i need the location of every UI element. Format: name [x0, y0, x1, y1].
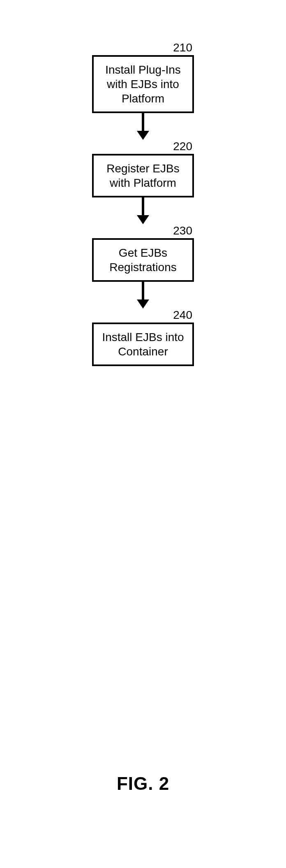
- figure-page: 210 Install Plug-Ins with EJBs into Plat…: [0, 0, 286, 868]
- node-box: Register EJBs with Platform: [92, 154, 194, 197]
- arrow-shaft: [142, 282, 144, 300]
- node-label: 240: [173, 309, 194, 322]
- flow-node-220: 220 Register EJBs with Platform: [92, 140, 194, 197]
- flowchart: 210 Install Plug-Ins with EJBs into Plat…: [92, 41, 194, 366]
- arrow-icon: [137, 282, 149, 309]
- node-label: 220: [173, 140, 194, 153]
- node-box: Get EJBs Registrations: [92, 238, 194, 282]
- arrow-head: [137, 299, 149, 309]
- flow-node-210: 210 Install Plug-Ins with EJBs into Plat…: [92, 41, 194, 113]
- arrow-icon: [137, 113, 149, 140]
- node-label: 210: [173, 41, 194, 54]
- node-box: Install Plug-Ins with EJBs into Platform: [92, 55, 194, 113]
- flow-node-240: 240 Install EJBs into Container: [92, 309, 194, 366]
- arrow-head: [137, 215, 149, 224]
- node-label: 230: [173, 224, 194, 237]
- arrow-shaft: [142, 197, 144, 216]
- flow-node-230: 230 Get EJBs Registrations: [92, 224, 194, 282]
- arrow-icon: [137, 197, 149, 224]
- figure-caption: FIG. 2: [0, 773, 286, 794]
- arrow-shaft: [142, 113, 144, 131]
- node-box: Install EJBs into Container: [92, 323, 194, 366]
- arrow-head: [137, 131, 149, 140]
